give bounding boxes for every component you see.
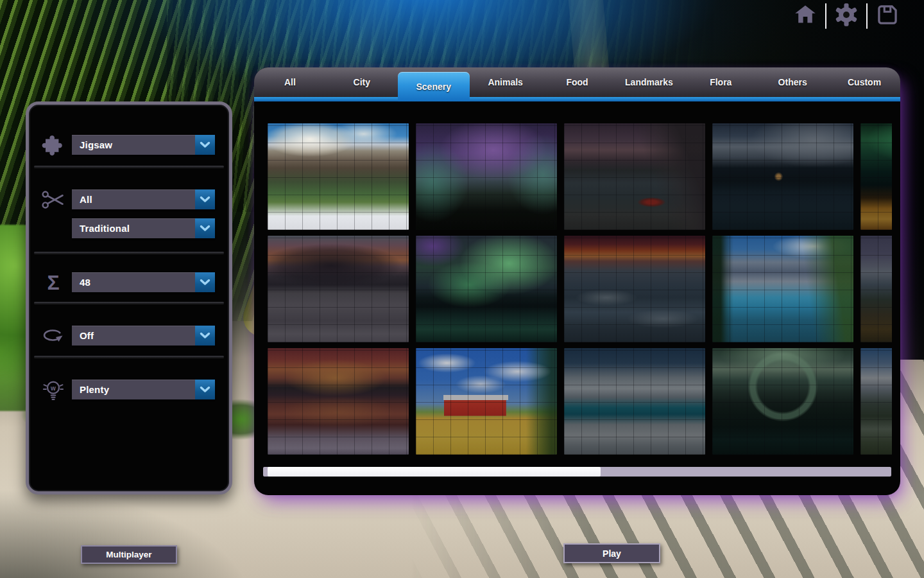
piece-count-row: Σ 48 — [29, 272, 229, 292]
save-button[interactable] — [874, 2, 901, 30]
puzzle-thumbnail-9[interactable] — [712, 236, 853, 342]
play-button[interactable]: Play — [563, 543, 660, 563]
puzzle-thumbnail-14[interactable] — [712, 348, 853, 455]
corner-shadow — [0, 488, 257, 578]
puzzle-thumbnail-15[interactable] — [860, 348, 892, 455]
multiplayer-button[interactable]: Multiplayer — [81, 545, 177, 564]
scissors-icon — [40, 187, 66, 213]
system-icon-bar — [792, 2, 901, 30]
piece-count-value: 48 — [72, 277, 90, 288]
gallery-scrollbar[interactable] — [263, 467, 891, 477]
chevron-down-icon[interactable] — [195, 272, 215, 292]
gear-icon — [834, 3, 859, 30]
section-divider — [34, 356, 224, 358]
svg-text:w: w — [50, 384, 56, 391]
puzzle-thumbnail-13[interactable] — [564, 348, 705, 455]
thumbnail-grid-viewport — [268, 123, 892, 455]
chevron-down-icon[interactable] — [195, 189, 215, 209]
active-tab-underline — [254, 97, 900, 101]
settings-button[interactable] — [833, 2, 860, 30]
tab-custom[interactable]: Custom — [828, 67, 900, 97]
puzzle-thumbnail-2[interactable] — [416, 123, 557, 230]
cut-category-row: All — [29, 189, 229, 209]
puzzle-thumbnail-6[interactable] — [268, 236, 409, 342]
chevron-down-icon[interactable] — [195, 218, 215, 238]
rotation-icon — [40, 323, 66, 349]
rotation-value: Off — [72, 330, 94, 341]
piece-count-dropdown[interactable]: 48 — [72, 272, 215, 292]
tab-city[interactable]: City — [326, 67, 398, 97]
puzzle-thumbnail-4[interactable] — [712, 123, 853, 230]
icon-separator — [866, 3, 868, 29]
puzzle-settings-panel: Jigsaw All Traditional — [26, 101, 232, 495]
chevron-down-icon[interactable] — [195, 326, 215, 346]
sigma-icon: Σ — [40, 270, 66, 295]
save-icon — [875, 3, 900, 30]
scrollbar-thumb[interactable] — [268, 467, 601, 477]
puzzle-thumbnail-12[interactable] — [416, 348, 557, 455]
tab-landmarks[interactable]: Landmarks — [613, 67, 685, 97]
category-tab-bar: All City Scenery Animals Food Landmarks … — [254, 67, 900, 97]
tab-food[interactable]: Food — [542, 67, 613, 97]
cut-category-value: All — [72, 194, 92, 205]
puzzle-thumbnail-1[interactable] — [268, 123, 409, 230]
lightbulb-icon: w — [40, 377, 66, 403]
tab-flora[interactable]: Flora — [685, 67, 757, 97]
thumbnail-grid — [268, 123, 892, 455]
rotation-row: Off — [29, 326, 229, 346]
rotation-dropdown[interactable]: Off — [72, 326, 215, 346]
puzzle-type-row: Jigsaw — [29, 135, 229, 155]
puzzle-game-screen: { "colors": { "accent_blue": "#1d82d6", … — [0, 0, 924, 578]
puzzle-thumbnail-11[interactable] — [268, 348, 409, 455]
puzzle-type-value: Jigsaw — [72, 139, 112, 150]
chevron-down-icon[interactable] — [195, 380, 215, 399]
hints-dropdown[interactable]: Plenty — [72, 380, 215, 399]
puzzle-thumbnail-5[interactable] — [860, 123, 892, 230]
puzzle-type-dropdown[interactable]: Jigsaw — [72, 135, 215, 155]
tab-all[interactable]: All — [254, 67, 326, 97]
section-divider — [34, 166, 224, 168]
puzzle-thumbnail-7[interactable] — [416, 236, 557, 342]
puzzle-thumbnail-3[interactable] — [564, 123, 705, 230]
cut-style-value: Traditional — [72, 223, 130, 234]
icon-separator — [825, 3, 826, 29]
section-divider — [34, 302, 224, 304]
hints-row: w Plenty — [29, 380, 229, 399]
cut-category-dropdown[interactable]: All — [72, 189, 215, 209]
tab-others[interactable]: Others — [757, 67, 828, 97]
section-divider — [34, 252, 224, 254]
puzzle-piece-icon — [40, 132, 66, 158]
tab-scenery[interactable]: Scenery — [398, 72, 470, 101]
puzzle-thumbnail-10[interactable] — [860, 236, 892, 342]
home-icon — [794, 3, 817, 29]
cut-style-row: Traditional — [29, 218, 229, 238]
hints-value: Plenty — [72, 384, 109, 395]
puzzle-thumbnail-8[interactable] — [564, 236, 705, 342]
home-button[interactable] — [792, 2, 819, 30]
cut-style-dropdown[interactable]: Traditional — [72, 218, 215, 238]
tab-animals[interactable]: Animals — [470, 67, 542, 97]
puzzle-gallery-panel: All City Scenery Animals Food Landmarks … — [254, 67, 900, 495]
chevron-down-icon[interactable] — [195, 135, 215, 155]
